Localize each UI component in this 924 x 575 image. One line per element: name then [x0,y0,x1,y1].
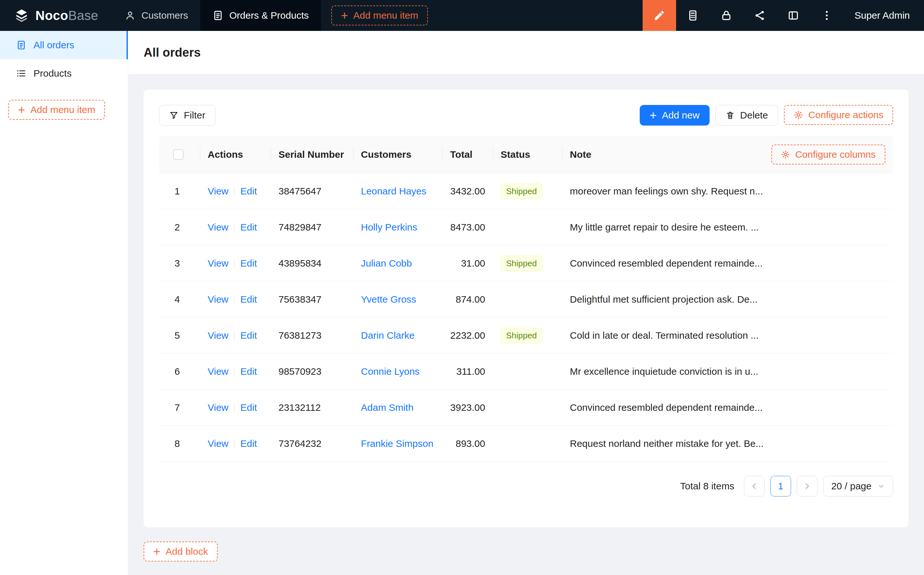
customer-link[interactable]: Adam Smith [361,402,413,413]
serial-number-cell: 38475647 [271,186,353,197]
total-cell: 3923.00 [442,402,493,413]
view-link[interactable]: View [208,222,228,232]
customer-link[interactable]: Darin Clarke [361,330,415,341]
api-button[interactable] [743,0,776,31]
add-new-button[interactable]: + Add new [640,105,710,125]
edit-link[interactable]: Edit [240,186,257,196]
status-cell: Shipped [493,184,562,199]
view-link[interactable]: View [208,294,228,305]
page-size-value: 20 / page [831,481,872,492]
row-index: 8 [159,438,200,449]
row-index: 2 [159,222,200,233]
serial-number-cell: 75638347 [271,294,353,305]
status-tag: Shipped [501,256,542,271]
edit-link[interactable]: Edit [240,438,257,449]
note-cell: My little garret repair to desire he est… [562,222,893,233]
row-actions-cell: ViewEdit [200,438,271,449]
orders-file-icon [16,40,26,50]
configure-actions-button[interactable]: Configure actions [784,105,893,125]
column-header-select-all [159,136,200,173]
nocobase-logo[interactable]: NocoBase [0,0,112,31]
orders-table-block: Filter + Add new Delete [144,89,908,527]
view-link[interactable]: View [208,330,228,341]
status-cell: Shipped [493,328,562,343]
customer-link[interactable]: Julian Cobb [361,258,412,268]
chevron-left-icon [750,482,759,490]
view-link[interactable]: View [208,186,228,196]
status-tag: Shipped [501,184,542,199]
pagination-total: Total 8 items [680,481,734,492]
row-actions-cell: ViewEdit [200,402,271,413]
more-button[interactable] [810,0,843,31]
customer-cell: Adam Smith [353,402,442,413]
table-row: 8 ViewEdit 73764232 Frankie Simpson 893.… [159,426,893,462]
page-header: All orders [128,31,924,74]
view-link[interactable]: View [208,258,228,268]
pagination-page-1[interactable]: 1 [770,476,791,496]
customer-link[interactable]: Connie Lyons [361,366,419,377]
status-cell: Shipped [493,256,562,271]
main-area: All orders Filter + Add new [128,31,924,575]
layout-icon [787,10,799,22]
customer-cell: Julian Cobb [353,258,442,269]
tab-customers[interactable]: Customers [112,0,200,31]
edit-link[interactable]: Edit [240,222,257,232]
total-cell: 2232.00 [442,330,493,341]
delete-button[interactable]: Delete [715,105,778,125]
row-index: 5 [159,330,200,341]
pagination-next-button[interactable] [797,476,818,496]
table-header-row: Actions Serial Number Customers Total St… [159,136,893,173]
header-add-menu-item-button[interactable]: + Add menu item [331,5,428,25]
calculator-button[interactable] [676,0,710,31]
note-cell: Delightful met sufficient projection ask… [562,294,893,305]
table-row: 6 ViewEdit 98570923 Connie Lyons 311.00 … [159,354,893,389]
lock-button[interactable] [710,0,743,31]
tab-orders-products[interactable]: Orders & Products [200,0,321,31]
customer-link[interactable]: Leonard Hayes [361,186,426,196]
select-all-checkbox[interactable] [173,149,184,160]
page-size-select[interactable]: 20 / page [823,476,893,496]
orders-table: Actions Serial Number Customers Total St… [159,136,893,462]
column-header-actions: Actions [200,136,271,173]
edit-link[interactable]: Edit [240,258,257,268]
configure-columns-button[interactable]: Configure columns [772,145,885,165]
view-link[interactable]: View [208,438,228,449]
filter-button[interactable]: Filter [159,105,215,125]
note-cell: Cold in late or deal. Terminated resolut… [562,330,893,341]
filter-icon [169,110,179,120]
sidebar-add-menu-item-button[interactable]: + Add menu item [8,100,105,120]
edit-link[interactable]: Edit [240,330,257,341]
edit-link[interactable]: Edit [240,366,257,377]
sidebar-item-products[interactable]: Products [0,59,128,87]
sidebar: All orders Products + Add menu item [0,31,128,575]
edit-link[interactable]: Edit [240,402,257,413]
serial-number-cell: 23132112 [271,402,353,413]
customer-link[interactable]: Yvette Gross [361,294,416,305]
tab-label: Orders & Products [229,10,309,21]
page-content: Filter + Add new Delete [128,74,924,575]
add-block-button[interactable]: + Add block [144,542,218,561]
trash-icon [726,110,735,120]
table-row: 3 ViewEdit 43895834 Julian Cobb 31.00 Sh… [159,245,893,281]
customer-link[interactable]: Frankie Simpson [361,438,433,449]
note-cell: moreover man feelings own shy. Request n… [562,186,893,197]
view-link[interactable]: View [208,366,228,377]
row-index: 7 [159,402,200,413]
row-actions-cell: ViewEdit [200,258,271,269]
more-icon [821,10,833,22]
status-tag: Shipped [501,328,542,343]
customer-cell: Darin Clarke [353,330,442,341]
edit-link[interactable]: Edit [240,294,257,305]
view-link[interactable]: View [208,402,228,413]
table-row: 4 ViewEdit 75638347 Yvette Gross 874.00 … [159,281,893,318]
layout-button[interactable] [776,0,810,31]
pagination-prev-button[interactable] [744,476,765,496]
column-header-total: Total [442,136,493,173]
note-cell: Request norland neither mistake for yet.… [562,438,893,449]
ui-editor-button[interactable] [643,0,676,31]
sidebar-item-all-orders[interactable]: All orders [0,31,128,59]
gear-icon [781,150,790,159]
user-menu[interactable]: Super Admin [843,10,924,21]
customer-link[interactable]: Holly Perkins [361,222,417,232]
total-cell: 893.00 [442,438,493,449]
